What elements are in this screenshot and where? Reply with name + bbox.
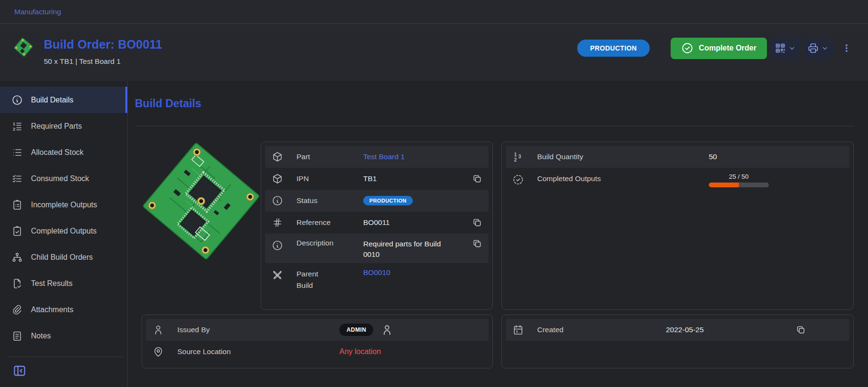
source-location-value: Any location: [339, 347, 381, 356]
row-label: Source Location: [177, 347, 339, 356]
sitemap-icon: [11, 252, 23, 263]
sidebar-item-label: Attachments: [31, 306, 73, 314]
created-details-card: Created 2022-05-25: [501, 315, 854, 368]
copy-button[interactable]: [472, 239, 482, 248]
sidebar-item-label: Child Build Orders: [31, 253, 93, 262]
parent-build-link[interactable]: BO0010: [363, 268, 390, 277]
sidebar-item-label: Test Results: [31, 279, 72, 288]
calendar-icon: [512, 324, 524, 336]
part-details-card: Part Test Board 1 IPN TB1: [261, 142, 493, 310]
list-icon: [11, 147, 23, 158]
list-numbers-icon: 1 2: [11, 121, 23, 132]
table-row-source-location: Source Location Any location: [146, 341, 489, 363]
table-row-ipn: IPN TB1: [265, 168, 489, 190]
sidebar-item-attachments[interactable]: Attachments: [0, 296, 127, 323]
progress-fill: [709, 183, 739, 187]
sidebar-item-allocated-stock[interactable]: Allocated Stock: [0, 139, 127, 165]
sidebar-item-label: Completed Outputs: [31, 227, 97, 235]
progress-track: [709, 183, 769, 187]
map-pin-icon: [153, 346, 164, 357]
row-value: 50: [709, 152, 717, 162]
sidebar-item-completed-outputs[interactable]: Completed Outputs: [0, 218, 127, 244]
user-icon: [153, 324, 164, 336]
sidebar-item-test-results[interactable]: Test Results: [0, 270, 127, 296]
row-label: IPN: [296, 174, 363, 183]
sidebar-item-label: Allocated Stock: [31, 148, 83, 157]
list-check-icon: [11, 173, 23, 184]
sidebar-item-child-build-orders[interactable]: Child Build Orders: [0, 244, 127, 270]
chevron-down-icon: [821, 45, 828, 52]
copy-button[interactable]: [472, 174, 482, 183]
notes-icon: [11, 330, 23, 342]
table-row-completed-outputs: Completed Outputs 25 / 50: [506, 168, 849, 197]
file-check-icon: [11, 278, 23, 289]
qr-code-icon: [775, 42, 786, 54]
box-icon: [272, 173, 283, 184]
sidebar-item-consumed-stock[interactable]: Consumed Stock: [0, 165, 127, 192]
progress-label: 25 / 50: [709, 173, 769, 180]
sidebar-item-build-details[interactable]: Build Details: [0, 87, 127, 113]
row-value: BO0011: [363, 217, 390, 228]
sidebar-item-label: Build Details: [31, 96, 73, 104]
info-circle-icon: [272, 240, 283, 251]
row-value: 2022-05-25: [666, 325, 704, 335]
sidebar-item-label: Incomplete Outputs: [31, 201, 97, 209]
sidebar: Build Details 1 2 Required Parts Allocat…: [0, 81, 128, 387]
title-block: Build Order: BO0011 50 x TB1 | Test Boar…: [44, 38, 162, 66]
section-title: Build Details: [135, 97, 854, 110]
copy-button[interactable]: [472, 218, 482, 227]
tools-icon: [272, 269, 283, 281]
details-grid: Part Test Board 1 IPN TB1: [142, 142, 854, 368]
table-row-description: Description Required parts for Build 001…: [265, 234, 489, 263]
copy-button[interactable]: [796, 325, 806, 335]
pcb-image: [142, 142, 261, 261]
breadcrumb: Manufacturing: [0, 0, 868, 24]
table-row-part: Part Test Board 1: [265, 146, 489, 168]
more-actions-button[interactable]: [839, 41, 854, 55]
dots-vertical-icon: [841, 43, 852, 53]
sidebar-item-incomplete-outputs[interactable]: Incomplete Outputs: [0, 192, 127, 218]
row-label: Reference: [296, 218, 363, 227]
status-badge: PRODUCTION: [577, 40, 650, 57]
collapse-sidebar-button[interactable]: [12, 364, 27, 378]
row-label: Parent Build: [296, 268, 363, 291]
part-image[interactable]: [142, 142, 261, 310]
svg-text:2: 2: [13, 127, 15, 132]
row-label: Description: [296, 239, 363, 247]
status-badge: PRODUCTION: [363, 196, 413, 205]
sidebar-item-notes[interactable]: Notes: [0, 323, 127, 349]
numbers-123-icon: 1 2 3: [512, 151, 524, 163]
copy-icon: [472, 239, 482, 248]
table-row-build-quantity: 1 2 3 Build Quantity 50: [506, 146, 849, 168]
pcb-thumbnail-image: [13, 37, 33, 57]
table-row-created: Created 2022-05-25: [506, 319, 849, 341]
build-details-card: 1 2 3 Build Quantity 50 Completed Output…: [501, 142, 854, 310]
breadcrumb-manufacturing[interactable]: Manufacturing: [14, 8, 61, 16]
part-link[interactable]: Test Board 1: [363, 153, 405, 161]
complete-order-label: Complete Order: [699, 44, 756, 52]
part-thumbnail[interactable]: [13, 37, 33, 57]
sidebar-divider: [9, 356, 123, 357]
header-actions: PRODUCTION Complete Order: [577, 38, 854, 59]
body-row: Build Details 1 2 Required Parts Allocat…: [0, 81, 868, 387]
printer-icon: [807, 42, 819, 54]
collapse-panel-icon: [12, 364, 27, 378]
page-subtitle: 50 x TB1 | Test Board 1: [44, 57, 162, 66]
svg-text:1: 1: [13, 122, 15, 126]
row-value: Required parts for Build 0010: [363, 239, 451, 260]
barcode-actions-button[interactable]: [770, 38, 800, 59]
svg-text:1: 1: [514, 152, 517, 157]
table-row-parent-build: Parent Build BO0010: [265, 263, 489, 294]
copy-icon: [796, 325, 806, 335]
table-row-issued-by: Issued By ADMIN: [146, 319, 489, 341]
progress-bar: 25 / 50: [709, 173, 769, 187]
part-details-cell: Part Test Board 1 IPN TB1: [142, 142, 493, 310]
sidebar-item-label: Required Parts: [31, 122, 82, 131]
sidebar-item-label: Consumed Stock: [31, 174, 89, 183]
complete-order-button[interactable]: Complete Order: [671, 38, 767, 59]
print-actions-button[interactable]: [803, 38, 833, 59]
page-title: Build Order: BO0011: [44, 38, 162, 51]
row-value: TB1: [363, 173, 377, 184]
sidebar-item-required-parts[interactable]: 1 2 Required Parts: [0, 113, 127, 139]
row-label: Part: [296, 153, 363, 161]
